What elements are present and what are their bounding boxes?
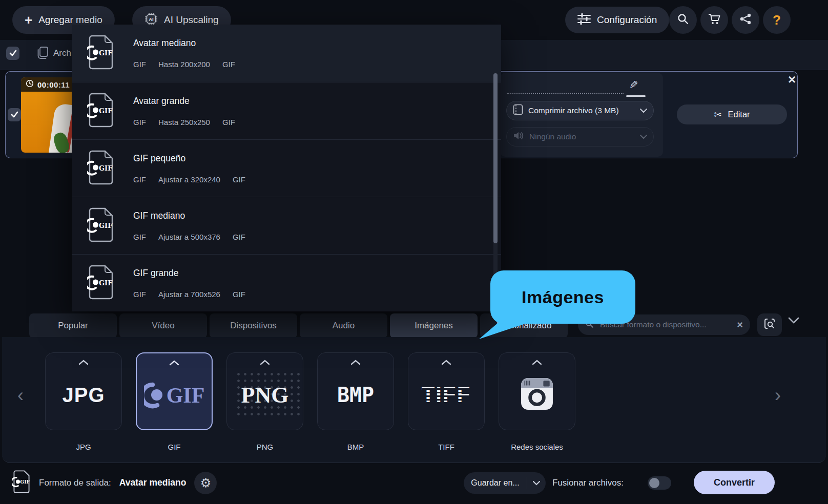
scissors-icon: ✂ xyxy=(714,109,721,120)
format-card-gif-wrap: GIF GIF xyxy=(136,352,213,451)
gif-file-icon: GIF xyxy=(87,263,115,303)
jpg-logo: JPG xyxy=(62,384,105,407)
preset-title: GIF grande xyxy=(133,268,245,279)
png-logo: PNG xyxy=(241,382,289,408)
tab-dispositivos[interactable]: Dispositivos xyxy=(210,313,297,338)
save-to-label: Guardar en... xyxy=(464,478,527,488)
preset-size: Ajustar a 700x526 xyxy=(158,290,220,299)
gif-icon-text: GIF xyxy=(99,222,113,229)
preset-title: GIF mediano xyxy=(133,211,245,221)
audio-dropdown[interactable]: Ningún audio xyxy=(506,127,654,146)
search-button[interactable] xyxy=(669,6,697,34)
gif-file-icon: GIF xyxy=(12,469,31,496)
check-icon xyxy=(9,50,17,57)
search-icon xyxy=(677,13,689,27)
format-card-redes-sociales[interactable] xyxy=(499,352,575,430)
next-formats-arrow[interactable]: › xyxy=(775,386,781,405)
chevron-up-icon xyxy=(441,358,451,367)
share-button[interactable] xyxy=(732,6,759,34)
preset-ext: GIF xyxy=(222,60,235,69)
duration-text: 00:00:11 xyxy=(37,80,70,89)
compress-dropdown[interactable]: Comprimir archivo (3 MB) xyxy=(506,101,654,120)
save-to-button[interactable]: Guardar en... xyxy=(464,472,546,494)
ai-upscaling-label: AI Upscaling xyxy=(164,14,219,26)
sliders-icon xyxy=(577,13,591,28)
clock-icon xyxy=(26,79,34,90)
help-button[interactable]: ? xyxy=(763,6,791,34)
format-card-bmp[interactable]: BMP xyxy=(317,352,394,430)
output-format-summary: GIF Formato de salida: Avatar mediano ⚙ xyxy=(12,469,217,496)
preset-item-gif-mediano[interactable]: GIF GIF mediano GIF Ajustar a 500x376 GI… xyxy=(72,197,501,254)
files-stack-icon xyxy=(36,46,50,62)
preset-item-gif-grande[interactable]: GIF GIF grande GIF Ajustar a 700x526 GIF xyxy=(72,254,501,311)
pencil-icon[interactable]: ✎ xyxy=(629,79,638,91)
tab-imagenes[interactable]: Imágenes xyxy=(390,313,478,338)
gif-icon-text: GIF xyxy=(99,164,113,172)
media-checkbox[interactable] xyxy=(8,108,21,121)
convert-label: Convertir xyxy=(714,477,755,488)
edit-button[interactable]: ✂ Editar xyxy=(677,104,787,124)
remove-media-button[interactable]: × xyxy=(788,73,796,86)
format-card-png[interactable]: PNG xyxy=(226,352,303,430)
preset-format: GIF xyxy=(133,175,146,184)
format-label: GIF xyxy=(168,443,181,451)
tab-video[interactable]: Vídeo xyxy=(119,313,207,338)
check-icon xyxy=(11,111,18,118)
save-to-chevron[interactable] xyxy=(527,481,546,486)
collapse-panel-chevron[interactable] xyxy=(788,317,799,326)
app-window: + Agregar medio AI AI Upscaling Configur… xyxy=(0,0,828,504)
help-icon: ? xyxy=(773,12,781,28)
gif-file-icon: GIF xyxy=(87,33,115,73)
dropdown-scrollbar-thumb[interactable] xyxy=(493,73,498,243)
plus-icon: + xyxy=(25,12,32,28)
format-card-png-wrap: PNG PNG xyxy=(226,352,303,451)
gear-icon: ⚙ xyxy=(200,476,212,490)
merge-files-toggle[interactable] xyxy=(648,476,671,490)
gif-file-icon: GIF xyxy=(87,206,115,246)
format-card-gif[interactable]: GIF xyxy=(136,352,213,430)
tiff-logo: TIFF xyxy=(422,383,471,407)
preset-title: Avatar mediano xyxy=(133,38,235,49)
chevron-up-icon xyxy=(78,358,89,367)
preset-ext: GIF xyxy=(222,118,235,127)
preset-size: Ajustar a 500x376 xyxy=(158,233,220,241)
preset-size: Hasta 250x250 xyxy=(158,118,210,127)
settings-label: Configuración xyxy=(597,14,657,26)
rename-field[interactable] xyxy=(507,93,624,94)
format-card-jpg[interactable]: JPG xyxy=(45,352,122,430)
format-settings-button[interactable]: ⚙ xyxy=(194,472,217,494)
tooltip-tail xyxy=(479,321,531,341)
merge-files-label: Fusionar archivos: xyxy=(552,478,624,488)
preset-item-avatar-grande[interactable]: GIF Avatar grande GIF Hasta 250x250 GIF xyxy=(72,82,501,139)
format-card-tiff[interactable]: TIFF xyxy=(408,352,485,430)
format-label: BMP xyxy=(347,443,364,451)
tab-popular[interactable]: Popular xyxy=(29,313,117,338)
settings-button[interactable]: Configuración xyxy=(565,7,669,33)
gif-icon-text: GIF xyxy=(99,279,113,287)
formats-panel: ‹ › JPG JPG GIF GIF xyxy=(2,337,826,463)
preset-item-gif-pequeno[interactable]: GIF GIF pequeño GIF Ajustar a 320x240 GI… xyxy=(72,139,501,197)
preset-ext: GIF xyxy=(233,175,245,184)
store-button[interactable] xyxy=(700,6,728,34)
format-card-jpg-wrap: JPG JPG xyxy=(45,352,122,451)
compress-label: Comprimir archivo (3 MB) xyxy=(528,106,635,115)
tooltip-label: Imágenes xyxy=(522,287,604,307)
output-settings-panel: ✎ Comprimir archivo (3 MB) Ningún audio xyxy=(500,73,663,157)
preset-size: Hasta 200x200 xyxy=(158,60,210,69)
search-in-formats-button[interactable] xyxy=(757,313,782,336)
prev-formats-arrow[interactable]: ‹ xyxy=(17,386,24,405)
preset-ext: GIF xyxy=(233,233,245,241)
tab-audio[interactable]: Audio xyxy=(300,313,387,338)
preset-item-avatar-mediano[interactable]: GIF Avatar mediano GIF Hasta 200x200 GIF xyxy=(72,25,501,82)
format-card-redes-wrap: Redes sociales xyxy=(499,352,575,451)
file-column-header: Arch xyxy=(53,48,71,58)
speaker-icon xyxy=(513,131,524,143)
select-all-checkbox[interactable] xyxy=(6,47,19,60)
preset-title: Avatar grande xyxy=(133,96,235,107)
clear-search-icon[interactable]: × xyxy=(737,320,743,330)
preset-format: GIF xyxy=(133,233,146,241)
format-card-tiff-wrap: TIFF TIFF xyxy=(408,352,485,451)
gif-file-icon: GIF xyxy=(87,91,115,131)
convert-button[interactable]: Convertir xyxy=(694,471,775,494)
preset-ext: GIF xyxy=(233,290,245,299)
